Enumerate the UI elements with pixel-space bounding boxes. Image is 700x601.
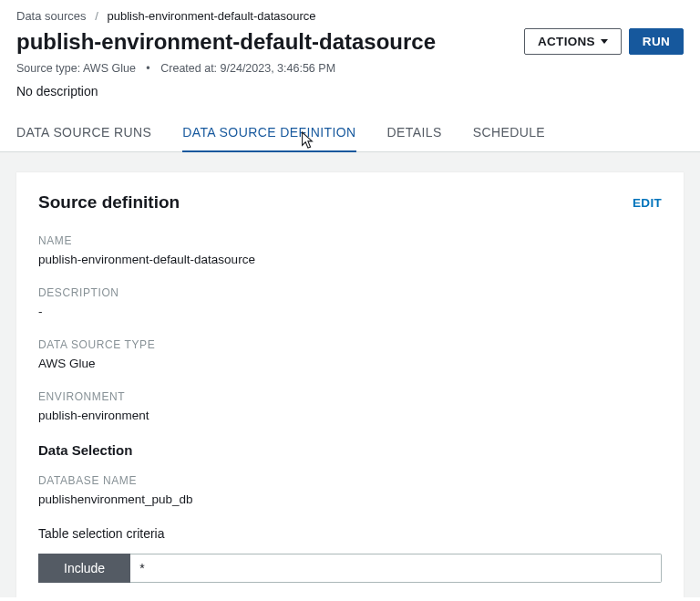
field-name-value: publish-environment-default-datasource [38,253,662,266]
tab-details[interactable]: DETAILS [387,116,442,152]
breadcrumb-root[interactable]: Data sources [16,9,87,23]
field-database-name-value: publishenvironment_pub_db [38,492,662,506]
breadcrumb-separator: / [95,9,98,23]
field-description-label: DESCRIPTION [38,286,662,299]
breadcrumb-current: publish-environment-default-datasource [107,9,315,23]
run-button[interactable]: RUN [629,28,684,55]
criteria-heading: Table selection criteria [38,526,662,541]
page-title: publish-environment-default-datasource [16,29,436,55]
tab-bar: DATA SOURCE RUNS DATA SOURCE DEFINITION … [0,115,700,152]
criteria-pattern-field[interactable]: * [130,554,662,583]
field-name-label: NAME [38,234,662,247]
meta-separator: • [146,62,149,75]
field-environment-label: ENVIRONMENT [38,390,662,403]
field-type-value: AWS Glue [38,357,662,370]
run-button-label: RUN [643,35,670,48]
tab-definition-label: DATA SOURCE DEFINITION [182,125,355,140]
caret-down-icon [601,39,608,44]
panel-title: Source definition [38,192,180,212]
actions-button[interactable]: ACTIONS [524,28,622,55]
edit-button[interactable]: EDIT [633,196,662,210]
field-environment-value: publish-environment [38,409,662,422]
criteria-row: Include * [38,554,662,583]
created-at-value: 9/24/2023, 3:46:56 PM [221,62,335,75]
criteria-mode-tag: Include [38,554,130,583]
no-description-text: No description [16,84,684,98]
field-type-label: DATA SOURCE TYPE [38,338,662,351]
tab-data-source-runs[interactable]: DATA SOURCE RUNS [16,116,151,152]
tab-data-source-definition[interactable]: DATA SOURCE DEFINITION [182,116,355,152]
meta-line: Source type: AWS Glue • Created at: 9/24… [16,62,684,75]
source-definition-panel: Source definition EDIT NAME publish-envi… [16,172,684,597]
field-description-value: - [38,305,662,318]
field-database-name-label: DATABASE NAME [38,474,662,487]
source-type-label: Source type: [16,62,80,75]
breadcrumb: Data sources / publish-environment-defau… [16,9,684,23]
actions-button-label: ACTIONS [538,35,595,48]
created-at-label: Created at: [160,62,217,75]
source-type-value: AWS Glue [83,62,136,75]
data-selection-heading: Data Selection [38,442,662,458]
tab-schedule[interactable]: SCHEDULE [473,116,545,152]
